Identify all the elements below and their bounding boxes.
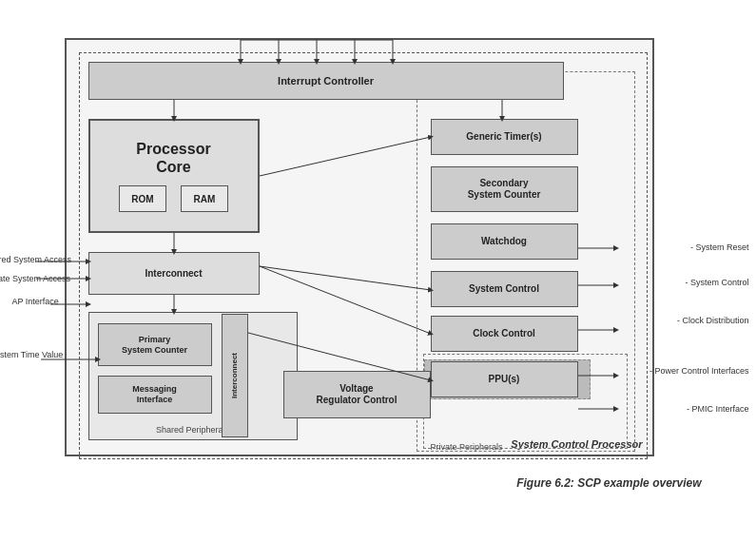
interconnect-vertical: Interconnect bbox=[222, 314, 248, 437]
watchdog-block: Watchdog bbox=[431, 223, 578, 260]
page-container: External Interrupt Inputs System Control… bbox=[0, 0, 756, 542]
system-reset-label: - System Reset bbox=[690, 242, 749, 252]
private-system-access-label: Private System Access bbox=[0, 274, 70, 283]
primary-system-counter: PrimarySystem Counter bbox=[98, 323, 212, 366]
clock-control-block: Clock Control bbox=[431, 316, 578, 352]
interconnect-top: Interconnect bbox=[88, 252, 260, 295]
figure-caption: Figure 6.2: SCP example overview bbox=[516, 476, 701, 490]
processor-core-label: ProcessorCore bbox=[136, 140, 210, 176]
interrupt-controller: Interrupt Controller bbox=[88, 62, 564, 100]
shared-peripherals-label: Shared Peripherals bbox=[89, 425, 297, 435]
ap-interface-label: AP Interface bbox=[12, 297, 59, 306]
power-control-label: - Power Control Interfaces bbox=[649, 366, 749, 376]
private-peripherals-label: Private Peripherals bbox=[431, 442, 503, 452]
system-control-label: - System Control bbox=[685, 278, 748, 287]
system-time-value-label: System Time Value bbox=[0, 350, 63, 359]
secondary-counter-block: SecondarySystem Counter bbox=[431, 166, 578, 212]
shared-system-access-label: Shared System Access bbox=[0, 255, 71, 264]
clock-distribution-label: - Clock Distribution bbox=[677, 316, 749, 325]
generic-timer-block: Generic Timer(s) bbox=[431, 119, 578, 155]
memory-row: ROM RAM bbox=[119, 185, 228, 212]
rom-box: ROM bbox=[119, 185, 166, 212]
system-control-block: System Control bbox=[431, 271, 578, 307]
pmic-interface-label: - PMIC Interface bbox=[687, 404, 749, 414]
voltage-regulator-block: VoltageRegulator Control bbox=[283, 371, 431, 418]
diagram-area: External Interrupt Inputs System Control… bbox=[36, 10, 721, 494]
ram-box: RAM bbox=[181, 185, 228, 212]
processor-core-box: ProcessorCore ROM RAM bbox=[88, 119, 260, 233]
messaging-interface: MessagingInterface bbox=[98, 376, 212, 414]
private-peripherals-box bbox=[423, 354, 628, 449]
